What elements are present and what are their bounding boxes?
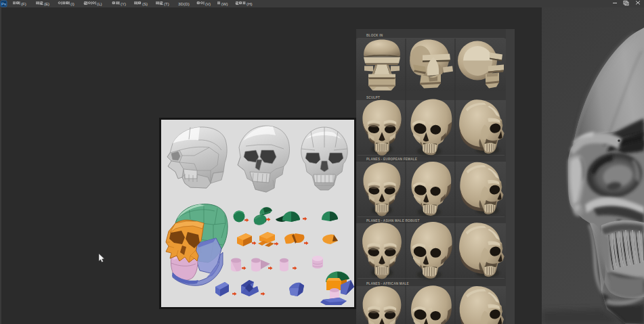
svg-text:(W): (W): [221, 1, 228, 6]
svg-text:(V): (V): [205, 1, 211, 6]
svg-text:PLANES - AFRICAN MALE: PLANES - AFRICAN MALE: [366, 282, 409, 285]
svg-text:(L): (L): [97, 1, 102, 6]
svg-text:Ps: Ps: [1, 2, 6, 6]
svg-text:(E): (E): [44, 1, 49, 6]
svg-text:(Y): (Y): [121, 1, 126, 6]
svg-text:(H): (H): [246, 1, 253, 6]
svg-text:(F): (F): [21, 1, 26, 6]
svg-text:PLANES - EUROPEAN FEMALE: PLANES - EUROPEAN FEMALE: [366, 158, 417, 161]
svg-text:(T): (T): [164, 1, 169, 6]
svg-text:(I): (I): [70, 1, 74, 6]
svg-text:3D(D): 3D(D): [178, 1, 190, 6]
svg-text:SCULPT: SCULPT: [366, 96, 380, 99]
svg-text:BLOCK IN: BLOCK IN: [366, 34, 383, 37]
svg-text:PLANES - ASIAN MALE ROBUST: PLANES - ASIAN MALE ROBUST: [366, 219, 419, 223]
svg-text:(S): (S): [142, 1, 148, 6]
